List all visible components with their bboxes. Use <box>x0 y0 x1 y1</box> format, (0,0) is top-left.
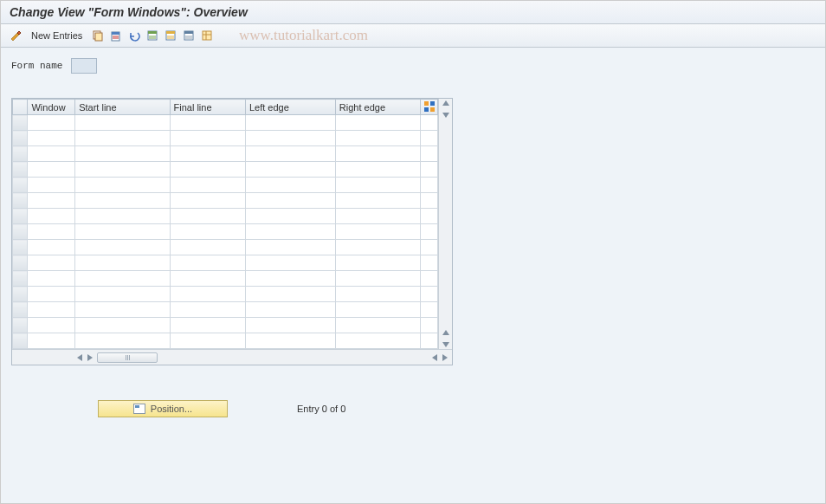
table-cell[interactable] <box>170 224 245 240</box>
table-cell[interactable] <box>245 178 335 193</box>
scroll-left-icon[interactable] <box>77 354 82 361</box>
table-cell[interactable] <box>28 115 75 131</box>
table-cell[interactable] <box>170 162 245 178</box>
table-cell[interactable] <box>75 162 170 178</box>
select-all-icon[interactable] <box>145 28 160 43</box>
table-cell[interactable] <box>335 240 420 255</box>
form-windows-table[interactable]: Window Start line Final line Left edge R… <box>12 99 438 349</box>
col-header-start-line[interactable]: Start line <box>75 100 170 115</box>
table-cell[interactable] <box>170 240 245 255</box>
table-cell[interactable] <box>245 333 335 349</box>
table-cell[interactable] <box>170 287 245 302</box>
table-cell[interactable] <box>245 271 335 287</box>
row-selector[interactable] <box>13 240 28 255</box>
table-cell[interactable] <box>335 333 420 349</box>
table-cell[interactable] <box>75 178 170 193</box>
undo-icon[interactable] <box>126 28 142 43</box>
table-cell[interactable] <box>245 115 335 131</box>
row-selector[interactable] <box>13 162 28 178</box>
table-cell[interactable] <box>170 178 245 193</box>
table-cell[interactable] <box>75 271 170 287</box>
scroll-right-inner-icon[interactable] <box>87 354 93 361</box>
table-cell[interactable] <box>170 271 245 287</box>
table-cell[interactable] <box>245 193 335 209</box>
table-cell[interactable] <box>245 255 335 271</box>
row-selector[interactable] <box>13 287 28 302</box>
table-cell[interactable] <box>335 318 420 333</box>
table-cell[interactable] <box>28 131 75 146</box>
table-cell[interactable] <box>245 209 335 224</box>
copy-icon[interactable] <box>90 28 106 43</box>
position-button[interactable]: Position... <box>98 400 228 417</box>
row-selector[interactable] <box>13 333 28 349</box>
scroll-left-end-icon[interactable] <box>432 354 437 361</box>
table-cell[interactable] <box>245 146 335 162</box>
table-row[interactable] <box>13 162 438 178</box>
table-row[interactable] <box>13 224 438 240</box>
row-selector[interactable] <box>13 193 28 209</box>
table-cell[interactable] <box>75 302 170 318</box>
row-selector[interactable] <box>13 178 28 193</box>
table-cell[interactable] <box>170 318 245 333</box>
row-selector[interactable] <box>13 255 28 271</box>
table-row[interactable] <box>13 178 438 193</box>
table-cell[interactable] <box>170 131 245 146</box>
table-cell[interactable] <box>170 193 245 209</box>
table-cell[interactable] <box>75 240 170 255</box>
row-selector[interactable] <box>13 318 28 333</box>
table-cell[interactable] <box>75 255 170 271</box>
table-cell[interactable] <box>28 162 75 178</box>
col-header-right-edge[interactable]: Right edge <box>335 100 420 115</box>
row-selector-header[interactable] <box>13 100 28 115</box>
table-cell[interactable] <box>28 333 75 349</box>
table-cell[interactable] <box>28 193 75 209</box>
table-cell[interactable] <box>75 209 170 224</box>
table-cell[interactable] <box>335 193 420 209</box>
table-cell[interactable] <box>75 193 170 209</box>
table-cell[interactable] <box>75 131 170 146</box>
table-row[interactable] <box>13 333 438 349</box>
table-cell[interactable] <box>335 224 420 240</box>
table-cell[interactable] <box>170 302 245 318</box>
vertical-scrollbar[interactable] <box>438 99 452 349</box>
scroll-down-bottom-icon[interactable] <box>442 342 449 347</box>
table-cell[interactable] <box>28 318 75 333</box>
table-cell[interactable] <box>28 240 75 255</box>
table-cell[interactable] <box>245 302 335 318</box>
row-selector[interactable] <box>13 131 28 146</box>
table-cell[interactable] <box>245 131 335 146</box>
form-name-input[interactable] <box>71 58 97 74</box>
table-row[interactable] <box>13 209 438 224</box>
horizontal-scrollbar[interactable] <box>12 349 452 365</box>
row-selector[interactable] <box>13 271 28 287</box>
row-selector[interactable] <box>13 302 28 318</box>
table-cell[interactable] <box>245 224 335 240</box>
table-cell[interactable] <box>335 271 420 287</box>
table-cell[interactable] <box>245 318 335 333</box>
table-row[interactable] <box>13 193 438 209</box>
table-cell[interactable] <box>75 224 170 240</box>
table-cell[interactable] <box>28 271 75 287</box>
table-cell[interactable] <box>75 146 170 162</box>
table-cell[interactable] <box>28 209 75 224</box>
row-selector[interactable] <box>13 115 28 131</box>
scroll-up-icon[interactable] <box>442 100 449 106</box>
table-row[interactable] <box>13 115 438 131</box>
table-cell[interactable] <box>335 209 420 224</box>
table-cell[interactable] <box>75 318 170 333</box>
table-row[interactable] <box>13 146 438 162</box>
table-cell[interactable] <box>28 287 75 302</box>
table-cell[interactable] <box>28 302 75 318</box>
table-cell[interactable] <box>335 115 420 131</box>
table-cell[interactable] <box>75 115 170 131</box>
col-header-final-line[interactable]: Final line <box>170 100 245 115</box>
table-cell[interactable] <box>245 287 335 302</box>
table-cell[interactable] <box>335 131 420 146</box>
new-entries-button[interactable]: New Entries <box>26 29 87 42</box>
table-cell[interactable] <box>170 115 245 131</box>
table-cell[interactable] <box>28 255 75 271</box>
table-config-button[interactable] <box>421 100 438 115</box>
table-cell[interactable] <box>75 333 170 349</box>
table-row[interactable] <box>13 287 438 302</box>
table-cell[interactable] <box>28 224 75 240</box>
